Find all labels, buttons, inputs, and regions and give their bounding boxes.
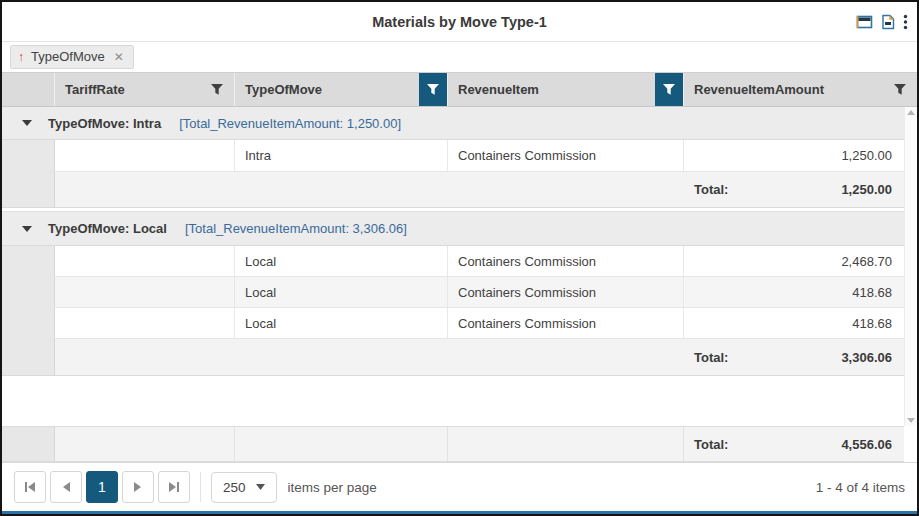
hierarchy-cell <box>2 308 55 338</box>
group-title: TypeOfMove: Intra <box>48 116 161 131</box>
total-label: Total: <box>694 182 728 197</box>
footer-empty-cell <box>55 339 235 375</box>
footer-empty-cell <box>235 172 448 207</box>
cell-revenueitem: Containers Commission <box>448 277 684 307</box>
group-chip-typeofmove[interactable]: ↑ TypeOfMove ✕ <box>10 45 134 69</box>
table-row[interactable]: Local Containers Commission 2,468.70 <box>2 246 904 277</box>
group-title: TypeOfMove: Local <box>48 221 167 236</box>
cell-tariffrate <box>55 308 235 338</box>
page-size-dropdown[interactable]: 250 <box>211 472 277 503</box>
filter-active-icon[interactable] <box>655 73 683 106</box>
filter-active-icon[interactable] <box>419 73 447 106</box>
cell-tariffrate <box>55 277 235 307</box>
previous-page-button[interactable] <box>50 471 82 503</box>
footer-empty-cell <box>235 427 448 461</box>
total-value: 4,556.06 <box>841 437 892 452</box>
cell-typeofmove: Local <box>235 308 448 338</box>
cell-revenueitem: Containers Commission <box>448 246 684 276</box>
pager-divider <box>200 472 201 502</box>
column-label: RevenueItemAmount <box>694 82 824 97</box>
column-header-tariffrate[interactable]: TariffRate <box>55 73 235 106</box>
group-chip-label: TypeOfMove <box>31 49 105 64</box>
grand-total-row: Total: 4,556.06 <box>2 426 904 462</box>
items-per-page-label: items per page <box>288 480 377 495</box>
column-label: TypeOfMove <box>245 82 322 97</box>
export-document-icon[interactable] <box>881 14 895 30</box>
grand-total-cell: Total: 4,556.06 <box>684 427 904 461</box>
table-row[interactable]: Local Containers Commission 418.68 <box>2 308 904 339</box>
page-size-value: 250 <box>223 480 246 495</box>
table-row[interactable]: Intra Containers Commission 1,250.00 <box>2 140 904 172</box>
total-value: 1,250.00 <box>841 182 892 197</box>
cell-amount: 418.68 <box>684 308 904 338</box>
chip-remove-icon[interactable]: ✕ <box>114 50 124 64</box>
group-aggregate: [Total_RevenueItemAmount: 3,306.06] <box>185 221 407 236</box>
filter-icon[interactable] <box>210 83 224 96</box>
header-hierarchy-cell <box>2 73 55 106</box>
footer-empty-cell <box>55 427 235 461</box>
group-footer-local: Total: 3,306.06 <box>2 339 904 376</box>
column-header-revenueitem[interactable]: RevenueItem <box>448 73 684 106</box>
empty-grid-space <box>2 376 917 426</box>
column-label: RevenueItem <box>458 82 539 97</box>
footer-empty-cell <box>448 339 684 375</box>
hierarchy-cell <box>2 339 55 375</box>
filter-icon[interactable] <box>893 83 907 96</box>
total-value: 3,306.06 <box>841 350 892 365</box>
cell-typeofmove: Local <box>235 246 448 276</box>
cell-tariffrate <box>55 140 235 171</box>
footer-empty-cell <box>235 339 448 375</box>
collapse-group-icon[interactable] <box>22 120 32 126</box>
cell-typeofmove: Local <box>235 277 448 307</box>
grid-body: TypeOfMove: Intra [Total_RevenueItemAmou… <box>2 107 917 462</box>
next-page-button[interactable] <box>122 471 154 503</box>
hierarchy-cell <box>2 140 55 171</box>
footer-empty-cell <box>448 427 684 461</box>
rows-area: TypeOfMove: Intra [Total_RevenueItemAmou… <box>2 107 904 376</box>
collapse-group-icon[interactable] <box>22 226 32 232</box>
column-label: TariffRate <box>65 82 125 97</box>
page-1-button[interactable]: 1 <box>86 471 118 503</box>
hierarchy-cell <box>2 277 55 307</box>
titlebar-icons <box>856 2 908 41</box>
hierarchy-cell <box>2 172 55 207</box>
group-header-local: TypeOfMove: Local [Total_RevenueItemAmou… <box>2 211 904 246</box>
cell-amount: 418.68 <box>684 277 904 307</box>
hierarchy-cell <box>2 246 55 276</box>
scroll-up-icon[interactable] <box>907 110 915 115</box>
column-header-revenueitemamount[interactable]: RevenueItemAmount <box>684 73 917 106</box>
sort-ascending-icon: ↑ <box>18 50 24 64</box>
vertical-scrollbar[interactable] <box>904 107 917 426</box>
pager: 1 250 items per page 1 - 4 of 4 items <box>2 462 917 511</box>
grid-window: Materials by Move Type-1 <box>0 0 919 516</box>
cell-typeofmove: Intra <box>235 140 448 171</box>
titlebar: Materials by Move Type-1 <box>2 2 917 42</box>
cell-tariffrate <box>55 246 235 276</box>
table-row[interactable]: Local Containers Commission 418.68 <box>2 277 904 308</box>
cell-revenueitem: Containers Commission <box>448 140 684 171</box>
group-panel: ↑ TypeOfMove ✕ <box>2 42 917 73</box>
group-footer-intra: Total: 1,250.00 <box>2 172 904 208</box>
first-page-button[interactable] <box>14 471 46 503</box>
chevron-down-icon <box>256 484 265 490</box>
scroll-down-icon[interactable] <box>907 418 915 423</box>
group-total-cell: Total: 1,250.00 <box>684 172 904 207</box>
popout-window-icon[interactable] <box>856 15 873 29</box>
window-title: Materials by Move Type-1 <box>372 14 547 30</box>
last-page-button[interactable] <box>158 471 190 503</box>
group-aggregate: [Total_RevenueItemAmount: 1,250.00] <box>179 116 401 131</box>
footer-empty-cell <box>448 172 684 207</box>
cell-revenueitem: Containers Commission <box>448 308 684 338</box>
bottom-accent-line <box>2 511 917 514</box>
footer-empty-cell <box>55 172 235 207</box>
column-header-typeofmove[interactable]: TypeOfMove <box>235 73 448 106</box>
grid-header: TariffRate TypeOfMove RevenueItem Revenu… <box>2 73 917 107</box>
hierarchy-cell <box>2 427 55 461</box>
total-label: Total: <box>694 350 728 365</box>
group-header-intra: TypeOfMove: Intra [Total_RevenueItemAmou… <box>2 107 904 140</box>
kebab-menu-icon[interactable] <box>903 14 908 30</box>
total-label: Total: <box>694 437 728 452</box>
group-total-cell: Total: 3,306.06 <box>684 339 904 375</box>
cell-amount: 1,250.00 <box>684 140 904 171</box>
pager-info: 1 - 4 of 4 items <box>816 480 905 495</box>
